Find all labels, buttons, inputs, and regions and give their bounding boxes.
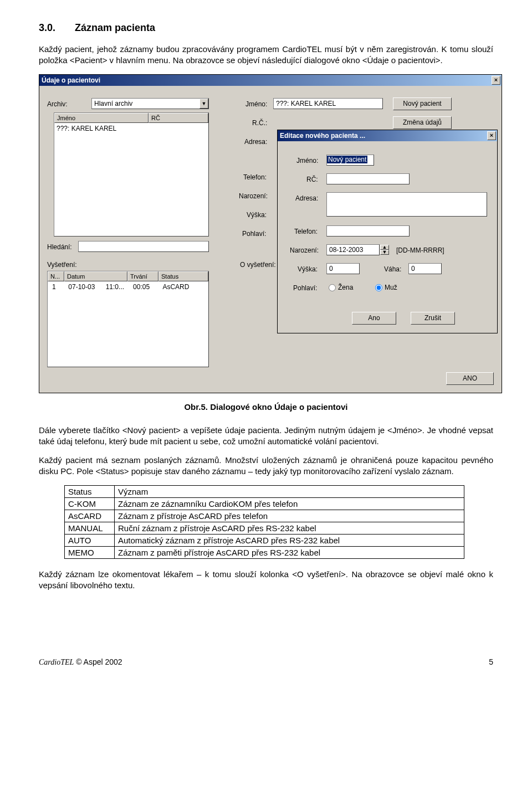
footer-copyright: © Aspel 2002	[76, 657, 122, 666]
label-e-datefmt: [DD-MM-RRRR]	[396, 246, 444, 254]
label-e-rc: RČ:	[306, 176, 318, 183]
btn-e-ano[interactable]: Ano	[352, 312, 396, 325]
label-e-telefon: Telefon:	[294, 228, 318, 235]
field-jmeno[interactable]: ???: KAREL KAREL	[273, 98, 383, 109]
label-e-vaha: Váha:	[384, 265, 401, 273]
paragraph-3: Každý pacient má seznam poslaných záznam…	[39, 455, 493, 477]
btn-ano-main[interactable]: ANO	[446, 372, 494, 385]
page-footer: CardioTEL © Aspel 2002 5	[39, 657, 493, 667]
title-main: Údaje o pacientovi	[42, 76, 100, 84]
patient-list[interactable]: Jméno RČ ???: KAREL KAREL	[54, 112, 209, 237]
field-e-jmeno[interactable]: Nový pacient	[326, 155, 374, 166]
titlebar-edit: Editace nového pacienta ... ×	[278, 130, 497, 141]
field-e-narozeni[interactable]: 08-12-2003	[326, 244, 380, 255]
footer-brand: CardioTEL	[39, 658, 74, 666]
table-row: AUTOAutomatický záznam z přístroje AsCAR…	[65, 534, 464, 546]
btn-zmena-udaju[interactable]: Změna údajů	[393, 116, 452, 129]
field-archiv[interactable]: Hlavní archiv	[91, 98, 209, 109]
label-hledani: Hledání:	[47, 243, 72, 251]
status-table: Status Význam C-KOMZáznam ze záznamníku …	[64, 485, 464, 559]
table-row: AsCARDZáznam z přístroje AsCARD přes tel…	[65, 510, 464, 522]
label-narozeni: Narození:	[239, 192, 268, 200]
field-e-vaha[interactable]: 0	[408, 263, 442, 274]
screenshot-dialog: Údaje o pacientovi × Archiv: Hlavní arch…	[39, 74, 502, 393]
col-n[interactable]: N...	[48, 271, 64, 281]
label-pohlavi: Pohlaví:	[242, 230, 266, 238]
table-row: C-KOMZáznam ze záznamníku CardioKOM přes…	[65, 497, 464, 510]
table-row: MEMOZáznam z paměti přístroje AsCARD pře…	[65, 546, 464, 558]
figure-caption: Obr.5. Dialogové okno Údaje o pacientovi	[39, 402, 493, 412]
label-e-adresa: Adresa:	[295, 194, 318, 202]
label-vyska: Výška:	[247, 211, 267, 219]
window-edit: Editace nového pacienta ... × Jméno: Nov…	[277, 130, 498, 333]
label-archiv: Archiv:	[47, 100, 68, 108]
title-edit: Editace nového pacienta ...	[280, 132, 365, 140]
table-row: MANUALRuční záznam z přístroje AsCARD př…	[65, 522, 464, 534]
chevron-down-icon[interactable]: ▼	[200, 99, 208, 109]
label-e-vyska: Výška:	[298, 265, 318, 273]
field-e-telefon[interactable]	[326, 225, 410, 237]
label-e-narozeni: Narození:	[290, 246, 319, 254]
field-e-rc[interactable]	[326, 173, 410, 184]
label-adresa: Adresa:	[244, 138, 267, 146]
label-telefon: Telefon:	[243, 173, 267, 181]
close-icon[interactable]: ×	[492, 76, 500, 85]
btn-novy-pacient[interactable]: Nový pacient	[393, 97, 452, 110]
table-row: Status Význam	[65, 485, 464, 497]
label-rc: R.Č.:	[252, 119, 267, 127]
col-jmeno[interactable]: Jméno	[54, 113, 149, 123]
btn-e-zrusit[interactable]: Zrušit	[411, 312, 455, 325]
list-item[interactable]: ???: KAREL KAREL	[54, 124, 119, 133]
section-title: Záznam pacienta	[75, 22, 155, 33]
close-icon[interactable]: ×	[487, 131, 496, 140]
section-heading: 3.0. Záznam pacienta	[39, 22, 493, 34]
col-trvani[interactable]: Trvání	[127, 271, 158, 281]
label-vysetreni: Vyšetření:	[47, 261, 77, 269]
field-hledani[interactable]	[78, 241, 209, 252]
table-row[interactable]: 1 07-10-03 11:0... 00:05 AsCARD	[50, 282, 191, 291]
label-ovysetreni: O vyšetření:	[240, 261, 276, 269]
label-e-pohlavi: Pohlaví:	[293, 284, 317, 292]
field-e-vyska[interactable]: 0	[326, 263, 360, 274]
paragraph-1: Každý pacient, jehož záznamy budou zprac…	[39, 44, 493, 66]
col-datum[interactable]: Datum	[64, 271, 127, 281]
page-number: 5	[489, 657, 493, 666]
label-jmeno: Jméno:	[245, 100, 267, 108]
spinner-down-icon[interactable]: ▼	[380, 250, 389, 255]
radio-zena[interactable]: Žena	[329, 284, 353, 291]
exam-list[interactable]: N... Datum Trvání Status 1 07-10-03 11:0…	[47, 271, 209, 367]
col-rc[interactable]: RČ	[149, 113, 208, 123]
radio-muz[interactable]: Muž	[375, 284, 397, 291]
label-e-jmeno: Jméno:	[296, 157, 318, 165]
section-number: 3.0.	[39, 22, 72, 34]
col-status[interactable]: Status	[158, 271, 208, 281]
paragraph-4: Každý záznam lze okomentovat lékařem – k…	[39, 569, 493, 592]
titlebar-main: Údaje o pacientovi ×	[39, 75, 502, 86]
field-e-adresa[interactable]	[326, 192, 487, 217]
paragraph-2: Dále vyberete tlačítko <Nový pacient> a …	[39, 425, 493, 448]
